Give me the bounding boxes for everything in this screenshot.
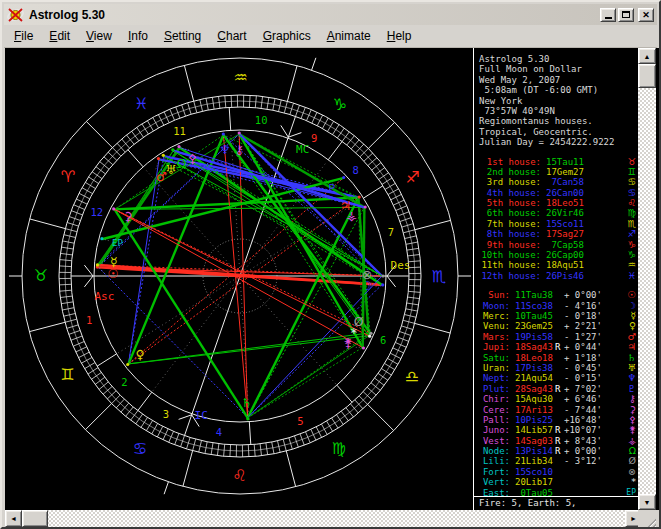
planet-position-value: 14Lib57	[515, 425, 555, 435]
planet-label: Cere:	[479, 405, 510, 415]
svg-text:Des: Des	[391, 259, 411, 272]
planet-position-value: 15Sco10	[515, 467, 555, 477]
house-number: 10	[255, 114, 268, 126]
house-cusp-value: 15Sco11	[546, 219, 588, 229]
svg-text:EP: EP	[112, 238, 123, 248]
element-summary: Fire: 5, Earth: 5,	[474, 496, 640, 510]
house-label: 8th house:	[479, 229, 541, 239]
retrograde-flag	[555, 332, 562, 342]
planet-velocity: + 0°00'	[564, 290, 606, 300]
zodiac-sign-glyph: ♈	[61, 167, 75, 186]
planet-velocity: - 4°16'	[564, 301, 606, 311]
planet-label: Vest:	[479, 436, 510, 446]
house-label: 11th house:	[479, 260, 541, 270]
close-button[interactable]: ✕	[638, 8, 654, 22]
planet-velocity: +10°07'	[564, 425, 606, 435]
axis-label-ic: IC	[195, 409, 208, 422]
horizontal-scroll-thumb[interactable]	[22, 510, 48, 527]
house-number: 12	[90, 206, 103, 218]
client-area: ♈♉♊♋♌♍♎♏♐♑♒♓123456789101112☉☽☿♀♂♃♄♅♆♇⚷⚳⚴…	[5, 48, 660, 510]
svg-text:☿: ☿	[110, 254, 118, 269]
menu-animate[interactable]: Animate	[319, 26, 379, 46]
zodiac-sign-glyph: ♊	[60, 365, 74, 384]
svg-text:9: 9	[311, 132, 317, 144]
wheel-planet-glyph: ♄	[241, 395, 252, 410]
retrograde-flag	[555, 353, 562, 363]
house-row: 10th house:26Cap00♑	[479, 250, 640, 260]
house-label: 10th house:	[479, 250, 541, 260]
house-label: 3rd house:	[479, 177, 541, 187]
svg-text:1: 1	[86, 314, 92, 326]
retrograde-flag	[555, 477, 562, 487]
svg-text:♐: ♐	[406, 168, 420, 187]
retrograde-flag: R	[555, 436, 562, 446]
menu-info[interactable]: Info	[120, 26, 156, 46]
maximize-button[interactable]	[618, 8, 634, 22]
house-row: 12th house:26Pis46♓	[479, 271, 640, 281]
resize-grip[interactable]	[638, 510, 656, 527]
house-number: 7	[388, 226, 394, 238]
house-number: 2	[121, 376, 127, 388]
planet-row: Chir:15Aqu30+ 6°46'⚷	[479, 394, 640, 404]
retrograde-flag	[555, 301, 562, 311]
zodiac-sign-glyph: ♐	[406, 168, 420, 187]
planet-position-value: 18Leo18	[515, 353, 555, 363]
chart-info-line: Regiomontanus houses.	[479, 116, 640, 126]
planet-position-value: 13Pis14	[515, 446, 555, 456]
planet-label: Node:	[479, 446, 510, 456]
menu-setting[interactable]: Setting	[156, 26, 209, 46]
info-text: 5:08am (DT -6:00 GMT)	[479, 85, 598, 95]
house-cusp-value: 15Tau11	[546, 157, 588, 167]
menu-view[interactable]: View	[78, 26, 120, 46]
minimize-button[interactable]	[600, 8, 616, 22]
axis-label-mc: MC	[296, 143, 309, 156]
planet-position-value: 11Tau38	[515, 290, 555, 300]
horizontal-scrollbar[interactable]: ◄ ►	[5, 510, 642, 527]
house-label: 9th house:	[479, 240, 541, 250]
house-cusp-value: 18Leo51	[546, 198, 588, 208]
svg-text:♍: ♍	[332, 439, 346, 458]
menu-graphics[interactable]: Graphics	[255, 26, 319, 46]
house-number: 4	[216, 426, 222, 438]
planet-position-value: 23Gem25	[515, 321, 555, 331]
house-label: 6th house:	[479, 208, 541, 218]
planet-row: Uran:17Pis38- 0°45'♅	[479, 363, 640, 373]
vertical-scroll-thumb[interactable]	[638, 64, 656, 88]
planet-row: Vert:20Lib17*	[479, 477, 640, 487]
planet-label: Lili:	[479, 456, 510, 466]
house-label: 7th house:	[479, 219, 541, 229]
planet-label: Uran:	[479, 363, 510, 373]
svg-text:*: *	[351, 325, 357, 340]
svg-text:Ω: Ω	[177, 156, 187, 171]
planet-velocity: + 0°00'	[564, 446, 606, 456]
svg-text:11: 11	[173, 125, 186, 137]
svg-text:♊: ♊	[60, 365, 74, 384]
wheel-planet-glyph: ♅	[165, 162, 176, 177]
menu-chart[interactable]: Chart	[209, 26, 254, 46]
planet-label: Pall:	[479, 415, 510, 425]
svg-text:8: 8	[353, 164, 359, 176]
scroll-down-button[interactable]: ▼	[638, 494, 656, 510]
planet-velocity: + 2°21'	[564, 321, 606, 331]
planet-row: Moon:11Sco38- 4°16'☽	[479, 301, 640, 311]
planet-row: Nept:21Aqu54- 0°15'♆	[479, 373, 640, 383]
house-cusp-value: 7Can58	[546, 177, 588, 187]
zodiac-sign-glyph: ♌	[232, 466, 246, 485]
info-text: Astrolog 5.30	[479, 54, 549, 64]
menu-edit[interactable]: Edit	[41, 26, 78, 46]
title-bar[interactable]: Astrolog 5.30 ✕	[4, 4, 657, 25]
vertical-scrollbar[interactable]: ▲ ▼	[638, 48, 656, 510]
wheel-planet-glyph: ♇	[326, 181, 337, 196]
scroll-left-button[interactable]: ◄	[5, 510, 22, 527]
retrograde-flag: R	[555, 342, 562, 352]
chart-info-line: New York	[479, 96, 640, 106]
zodiac-sign-glyph: ♏	[432, 267, 446, 286]
house-number: 3	[163, 408, 169, 420]
menu-file[interactable]: File	[6, 26, 41, 46]
scroll-up-button[interactable]: ▲	[638, 48, 656, 64]
retrograde-flag	[555, 456, 562, 466]
retrograde-flag	[555, 311, 562, 321]
planet-glyph-icon: ♃	[606, 342, 640, 352]
menu-help[interactable]: Help	[379, 26, 420, 46]
house-number: 8	[353, 164, 359, 176]
